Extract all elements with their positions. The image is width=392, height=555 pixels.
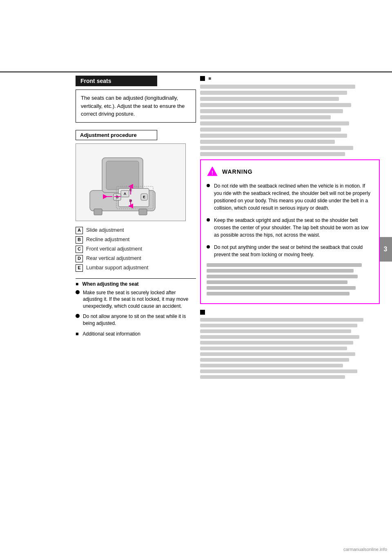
svg-rect-2: [106, 161, 139, 190]
svg-text:E: E: [143, 195, 145, 199]
seat-diagram: A B C D E: [76, 143, 186, 221]
label-item-e: E Lumbar support adjustment: [76, 264, 196, 272]
label-list: A Slide adjustment B Recline adjustment …: [76, 227, 196, 272]
note-text-1: Make sure the seat is securely locked af…: [83, 289, 196, 310]
svg-text:A: A: [124, 192, 127, 196]
watermark: carmanualsonline.info: [343, 547, 387, 552]
extra-text: Additional seat information: [82, 331, 140, 337]
right-section-header: ■: [200, 76, 380, 81]
label-c-letter: C: [76, 246, 83, 253]
warning-text-1: Do not ride with the seatback reclined w…: [214, 182, 373, 212]
label-b-text: Recline adjustment: [86, 236, 196, 244]
note-header: ■ When adjusting the seat: [76, 281, 196, 287]
extra-bullet: ■: [76, 331, 79, 337]
left-column: Front seats The seats can be adjusted (l…: [76, 76, 196, 337]
warning-extra-content: [207, 263, 373, 295]
warning-dot-1: [207, 184, 210, 187]
bullet-circle-2: [76, 314, 80, 318]
seat-diagram-svg: A B C D E: [78, 145, 184, 219]
below-sq-bullet: [200, 310, 205, 315]
warning-bullet-3: Do not put anything under the seat or be…: [207, 244, 373, 258]
note-bullet-1: Make sure the seat is securely locked af…: [76, 289, 196, 310]
note-section: ■ When adjusting the seat Make sure the …: [76, 278, 196, 337]
below-warning-header: [200, 310, 380, 315]
warning-bullet-1: Do not ride with the seatback reclined w…: [207, 182, 373, 212]
below-warning-section: [200, 310, 380, 379]
description-text: The seats can be adjusted (longitudinall…: [81, 95, 185, 117]
warning-header: ! WARNING: [207, 166, 373, 177]
front-seats-title: Front seats: [76, 76, 157, 86]
label-item-c: C Front vertical adjustment: [76, 246, 196, 253]
svg-text:!: !: [212, 170, 213, 176]
label-a-text: Slide adjustment: [86, 227, 196, 234]
warning-text-2: Keep the seatback upright and adjust the…: [214, 217, 373, 239]
label-item-b: B Recline adjustment: [76, 236, 196, 244]
right-section-content: [200, 85, 380, 156]
svg-rect-3: [94, 209, 102, 215]
right-top-section: ■: [200, 76, 380, 158]
top-divider: [0, 72, 392, 72]
warning-title: WARNING: [222, 168, 253, 175]
chapter-number: 3: [384, 246, 388, 253]
description-box: The seats can be adjusted (longitudinall…: [76, 90, 196, 123]
note-header-text: When adjusting the seat: [82, 281, 139, 287]
note-text-2: Do not allow anyone to sit on the seat w…: [83, 313, 196, 327]
warning-dot-2: [207, 218, 210, 222]
label-item-d: D Rear vertical adjustment: [76, 255, 196, 262]
warning-bullet-2: Keep the seatback upright and adjust the…: [207, 217, 373, 239]
label-e-text: Lumbar support adjustment: [86, 264, 196, 272]
label-c-text: Front vertical adjustment: [86, 246, 196, 253]
warning-box: ! WARNING Do not ride with the seatback …: [200, 159, 380, 304]
right-section-title: ■: [208, 76, 211, 81]
extra-note: ■ Additional seat information: [76, 331, 196, 337]
warning-text-3: Do not put anything under the seat or be…: [214, 244, 373, 258]
right-sq-bullet: [200, 76, 205, 81]
warning-section: ! WARNING Do not ride with the seatback …: [200, 159, 380, 381]
label-a-letter: A: [76, 227, 83, 234]
adjustment-procedure-header: Adjustment procedure: [76, 130, 157, 140]
label-d-text: Rear vertical adjustment: [86, 255, 196, 262]
svg-rect-4: [139, 209, 147, 215]
warning-triangle-icon: !: [207, 166, 218, 177]
label-d-letter: D: [76, 255, 83, 262]
label-e-letter: E: [76, 264, 83, 272]
chapter-tab: 3: [379, 237, 392, 262]
below-warning-content: [200, 318, 380, 379]
label-b-letter: B: [76, 236, 83, 244]
note-header-bullet: ■: [76, 281, 78, 287]
warning-dot-3: [207, 245, 210, 248]
page-container: 3 Front seats The seats can be adjusted …: [0, 0, 392, 555]
bullet-circle-1: [76, 290, 80, 294]
label-item-a: A Slide adjustment: [76, 227, 196, 234]
note-bullet-2: Do not allow anyone to sit on the seat w…: [76, 313, 196, 327]
